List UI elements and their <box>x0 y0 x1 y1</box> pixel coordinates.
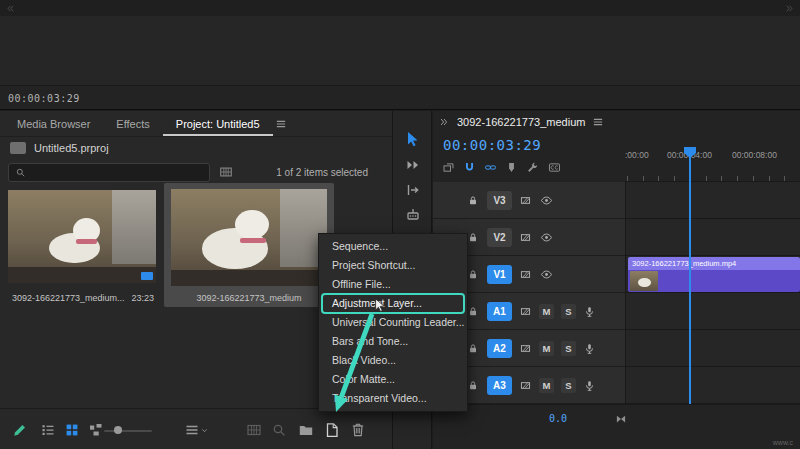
ripple-edit-tool-icon[interactable] <box>405 182 421 198</box>
menu-item-sequence[interactable]: Sequence... <box>319 237 467 256</box>
panel-menu-icon[interactable] <box>275 118 287 130</box>
mute-button[interactable]: M <box>539 341 554 356</box>
search-box[interactable] <box>8 163 210 182</box>
track-select-forward-tool-icon[interactable] <box>405 157 421 173</box>
sync-lock-icon[interactable] <box>519 305 532 318</box>
menu-item-adjustment-layer[interactable]: Adjustment Layer... <box>319 294 467 313</box>
collapse-chevrons-left-icon[interactable] <box>5 3 16 14</box>
timeline-lane-a3[interactable] <box>625 367 800 404</box>
track-target-v1[interactable]: V1 <box>487 265 512 284</box>
clip-title-bar: 3092-166221773_medium.mp4 <box>628 257 800 270</box>
sort-icons-button[interactable] <box>184 422 200 438</box>
automate-to-sequence-button[interactable] <box>246 422 262 438</box>
sync-lock-icon[interactable] <box>519 231 532 244</box>
toggle-track-output-eye-icon[interactable] <box>539 268 552 281</box>
timeline-panel-menu-icon[interactable] <box>592 116 604 128</box>
timeline-panel: 3092-166221773_medium 00:00:03:29 :00:00… <box>433 111 800 449</box>
project-file-row[interactable]: Untitled5.prproj <box>10 142 109 154</box>
sync-lock-icon[interactable] <box>519 342 532 355</box>
timeline-lane-v3[interactable] <box>625 182 800 219</box>
clip-name-2: 3092-166221773_medium <box>164 293 334 303</box>
nest-sequence-icon[interactable] <box>442 161 455 174</box>
lock-icon[interactable] <box>467 342 480 355</box>
zoom-slider[interactable] <box>104 430 152 432</box>
ruler-label-0: :00:00 <box>625 150 649 160</box>
clear-button[interactable] <box>350 422 366 438</box>
mute-button[interactable]: M <box>539 304 554 319</box>
menu-item-universal-counting-leader[interactable]: Universal Counting Leader... <box>319 313 467 332</box>
menu-item-project-shortcut[interactable]: Project Shortcut... <box>319 256 467 275</box>
thumb-floor <box>171 270 327 286</box>
cat-collar <box>76 239 97 244</box>
tab-media-browser[interactable]: Media Browser <box>4 112 103 136</box>
solo-button[interactable]: S <box>561 378 576 393</box>
voice-over-record-mic-icon[interactable] <box>583 379 596 392</box>
timeline-tab[interactable]: 3092-166221773_medium <box>438 116 604 128</box>
cat-collar <box>240 238 267 244</box>
lock-icon[interactable] <box>467 194 480 207</box>
menu-item-offline-file[interactable]: Offline File... <box>319 275 467 294</box>
timeline-lane-a2[interactable] <box>625 330 800 367</box>
menu-item-color-matte[interactable]: Color Matte... <box>319 370 467 389</box>
program-monitor: 00:00:03:29 <box>0 0 800 110</box>
timeline-lane-a1[interactable] <box>625 293 800 330</box>
sync-lock-icon[interactable] <box>519 194 532 207</box>
freeform-view-button[interactable] <box>88 422 104 438</box>
menu-item-transparent-video[interactable]: Transparent Video... <box>319 389 467 408</box>
tab-project[interactable]: Project: Untitled5 <box>163 112 273 136</box>
razor-tool-icon[interactable] <box>405 207 421 223</box>
lock-icon[interactable] <box>467 305 480 318</box>
menu-item-bars-and-tone[interactable]: Bars and Tone... <box>319 332 467 351</box>
zoom-slider-knob[interactable] <box>114 426 122 434</box>
sync-lock-icon[interactable] <box>519 268 532 281</box>
tab-effects[interactable]: Effects <box>103 112 162 136</box>
search-input[interactable] <box>32 167 203 179</box>
timeline-ruler[interactable]: :00:00 00:00:04:00 00:00:08:00 <box>625 146 800 182</box>
voice-over-record-mic-icon[interactable] <box>583 305 596 318</box>
solo-button[interactable]: S <box>561 341 576 356</box>
toggle-track-output-eye-icon[interactable] <box>539 194 552 207</box>
clip-mini-thumbnail <box>630 271 658 291</box>
ruler-label-8s: 00:00:08:00 <box>732 150 777 160</box>
timeline-lane-v2[interactable] <box>625 219 800 256</box>
menu-item-black-video[interactable]: Black Video... <box>319 351 467 370</box>
playhead-line[interactable] <box>689 147 691 404</box>
panel-expand-chevron-icon[interactable] <box>438 116 450 128</box>
lock-icon[interactable] <box>467 268 480 281</box>
new-bin-button[interactable] <box>298 422 314 438</box>
timeline-clip[interactable]: 3092-166221773_medium.mp4 <box>628 257 800 292</box>
toggle-track-output-eye-icon[interactable] <box>539 231 552 244</box>
audio-gain-value: 0.0 <box>549 413 567 424</box>
lock-icon[interactable] <box>467 231 480 244</box>
sync-lock-icon[interactable] <box>519 379 532 392</box>
track-target-a1[interactable]: A1 <box>487 302 512 321</box>
search-bin-icon[interactable] <box>219 165 233 179</box>
fit-bowtie-icon[interactable] <box>615 413 627 425</box>
new-item-context-menu: Sequence... Project Shortcut... Offline … <box>318 233 468 412</box>
captions-icon[interactable] <box>547 161 560 174</box>
timeline-settings-wrench-icon[interactable] <box>526 161 539 174</box>
track-target-v2[interactable]: V2 <box>487 228 512 247</box>
icon-view-button[interactable] <box>64 422 80 438</box>
sort-chevron-down-icon[interactable] <box>200 426 209 435</box>
solo-button[interactable]: S <box>561 304 576 319</box>
selection-tool-icon[interactable] <box>405 131 421 147</box>
track-target-a3[interactable]: A3 <box>487 376 512 395</box>
track-target-v3[interactable]: V3 <box>487 191 512 210</box>
clip-thumbnail-2[interactable] <box>171 189 327 286</box>
snap-magnet-icon[interactable] <box>463 161 476 174</box>
new-item-button[interactable] <box>324 422 340 438</box>
timeline-lane-v1[interactable]: 3092-166221773_medium.mp4 <box>625 256 800 293</box>
mute-button[interactable]: M <box>539 378 554 393</box>
add-marker-icon[interactable] <box>505 161 518 174</box>
find-button[interactable] <box>271 422 287 438</box>
voice-over-record-mic-icon[interactable] <box>583 342 596 355</box>
project-writable-pencil-icon[interactable] <box>12 422 28 438</box>
lock-icon[interactable] <box>467 379 480 392</box>
linked-selection-icon[interactable] <box>484 161 497 174</box>
timeline-footer: 0.0 <box>433 404 800 449</box>
track-target-a2[interactable]: A2 <box>487 339 512 358</box>
list-view-button[interactable] <box>40 422 56 438</box>
collapse-chevrons-right-icon[interactable] <box>784 3 795 14</box>
clip-thumbnail-1[interactable] <box>8 190 156 283</box>
